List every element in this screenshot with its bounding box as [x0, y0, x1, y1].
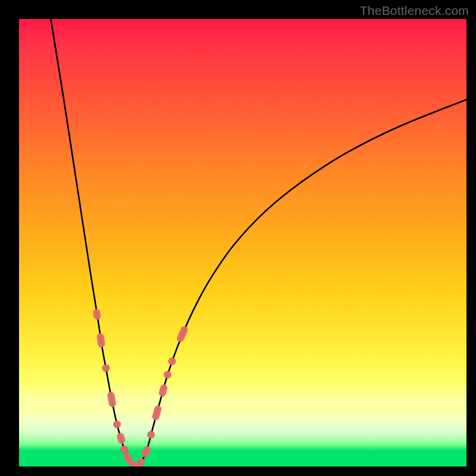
curve-marker	[127, 456, 129, 460]
curve-marker	[121, 436, 122, 440]
curve-marker	[96, 312, 97, 316]
curve-marker	[180, 330, 184, 338]
curve-marker	[139, 462, 141, 466]
watermark-text: TheBottleneck.com	[360, 4, 469, 18]
bottleneck-curve-left-branch	[51, 19, 132, 465]
curve-marker	[156, 409, 158, 416]
plot-area	[19, 19, 466, 466]
curve-marker	[162, 388, 164, 393]
curve-marker	[145, 450, 147, 454]
bottleneck-curve-right-branch	[140, 99, 466, 465]
chart-stage: TheBottleneck.com	[0, 0, 476, 476]
curve-marker	[111, 395, 112, 403]
curve-layer	[19, 19, 466, 466]
curve-marker	[101, 337, 102, 344]
